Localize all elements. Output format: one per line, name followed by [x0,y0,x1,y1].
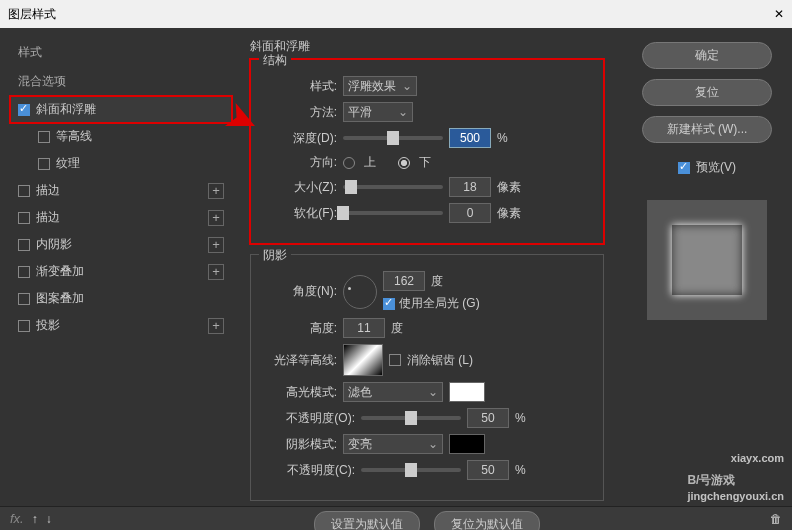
add-effect-icon[interactable]: + [208,264,224,280]
soften-slider[interactable] [343,211,443,215]
close-icon[interactable]: ✕ [774,7,784,21]
antialias-label: 消除锯齿 (L) [407,352,473,369]
hilight-opacity-label: 不透明度(O): [265,410,355,427]
hilight-color-swatch[interactable] [449,382,485,402]
global-light-label: 使用全局光 (G) [399,295,480,312]
checkbox-icon[interactable] [18,266,30,278]
checkbox-icon[interactable] [18,320,30,332]
shadow-opacity-input[interactable] [467,460,509,480]
direction-down-radio[interactable] [398,157,410,169]
hilight-opacity-slider[interactable] [361,416,461,420]
structure-legend: 结构 [259,52,291,69]
sidebar-item-label: 投影 [36,317,60,334]
sidebar-item-label: 纹理 [56,155,80,172]
global-light-checkbox[interactable] [383,298,395,310]
depth-unit: % [497,131,508,145]
checkbox-icon[interactable] [18,185,30,197]
hilight-mode-label: 高光模式: [265,384,337,401]
shadow-opacity-slider[interactable] [361,468,461,472]
gloss-label: 光泽等高线: [265,352,337,369]
arrow-down-icon[interactable]: ↓ [46,512,52,526]
checkbox-icon[interactable] [18,212,30,224]
reset-button[interactable]: 复位 [642,79,772,106]
window-title: 图层样式 [8,6,56,23]
reset-default-button[interactable]: 复位为默认值 [434,511,540,530]
size-unit: 像素 [497,179,521,196]
depth-input[interactable] [449,128,491,148]
ok-button[interactable]: 确定 [642,42,772,69]
shadow-mode-select[interactable]: 变亮 [343,434,443,454]
add-effect-icon[interactable]: + [208,210,224,226]
depth-slider[interactable] [343,136,443,140]
shadow-color-swatch[interactable] [449,434,485,454]
method-label: 方法: [265,104,337,121]
content-panel: 斜面和浮雕 结构 样式: 浮雕效果 方法: 平滑 深度(D): % 方向: 上 [232,28,622,506]
right-panel: 确定 复位 新建样式 (W)... 预览(V) [622,28,792,506]
watermark: xiayx.com B/号游戏 jingchengyouxi.cn [687,452,784,502]
style-label: 样式: [265,78,337,95]
checkbox-icon[interactable] [38,158,50,170]
altitude-label: 高度: [265,320,337,337]
structure-fieldset: 结构 样式: 浮雕效果 方法: 平滑 深度(D): % 方向: 上 下 [250,59,604,244]
sidebar-item-bevel[interactable]: 斜面和浮雕 [10,96,232,123]
soften-unit: 像素 [497,205,521,222]
add-effect-icon[interactable]: + [208,237,224,253]
angle-label: 角度(N): [265,283,337,300]
sidebar-item-texture[interactable]: 纹理 [10,150,232,177]
direction-label: 方向: [265,154,337,171]
trash-icon[interactable]: 🗑 [770,512,782,526]
sidebar-item-label: 等高线 [56,128,92,145]
new-style-button[interactable]: 新建样式 (W)... [642,116,772,143]
sidebar-item-gradient[interactable]: 渐变叠加 + [10,258,232,285]
sidebar-item-contour[interactable]: 等高线 [10,123,232,150]
method-select[interactable]: 平滑 [343,102,413,122]
add-effect-icon[interactable]: + [208,183,224,199]
direction-up-radio[interactable] [343,157,355,169]
gloss-contour-picker[interactable] [343,344,383,376]
checkbox-icon[interactable] [18,239,30,251]
sidebar-item-stroke1[interactable]: 描边 + [10,177,232,204]
sidebar: 样式 混合选项 斜面和浮雕 等高线 纹理 描边 + 描边 + 内阴影 + [0,28,232,506]
checkbox-icon[interactable] [18,293,30,305]
antialias-checkbox[interactable] [389,354,401,366]
size-input[interactable] [449,177,491,197]
sidebar-item-stroke2[interactable]: 描边 + [10,204,232,231]
sidebar-item-innershadow[interactable]: 内阴影 + [10,231,232,258]
set-default-button[interactable]: 设置为默认值 [314,511,420,530]
sidebar-item-label: 渐变叠加 [36,263,84,280]
soften-input[interactable] [449,203,491,223]
hilight-mode-select[interactable]: 滤色 [343,382,443,402]
altitude-input[interactable] [343,318,385,338]
angle-input[interactable] [383,271,425,291]
checkbox-icon[interactable] [38,131,50,143]
sidebar-item-label: 图案叠加 [36,290,84,307]
sidebar-item-label: 描边 [36,182,60,199]
depth-label: 深度(D): [265,130,337,147]
panel-title: 斜面和浮雕 [250,38,604,55]
size-slider[interactable] [343,185,443,189]
arrow-up-icon[interactable]: ↑ [32,512,38,526]
shadow-fieldset: 阴影 角度(N): 度 使用全局光 (G) 高度: [250,254,604,501]
preview-label: 预览(V) [696,159,736,176]
add-effect-icon[interactable]: + [208,318,224,334]
preview-thumbnail [647,200,767,320]
sidebar-item-pattern[interactable]: 图案叠加 [10,285,232,312]
angle-dial[interactable] [343,275,377,309]
sidebar-item-label: 内阴影 [36,236,72,253]
checkbox-icon[interactable] [18,104,30,116]
sidebar-item-label: 斜面和浮雕 [36,101,96,118]
titlebar: 图层样式 ✕ [0,0,792,28]
sidebar-head-blend[interactable]: 混合选项 [10,67,232,96]
preview-checkbox[interactable] [678,162,690,174]
hilight-opacity-input[interactable] [467,408,509,428]
soften-label: 软化(F): [265,205,337,222]
shadow-opacity-label: 不透明度(C): [265,462,355,479]
sidebar-item-dropshadow[interactable]: 投影 + [10,312,232,339]
shadow-legend: 阴影 [259,247,291,264]
sidebar-item-label: 描边 [36,209,60,226]
sidebar-head-styles[interactable]: 样式 [10,38,232,67]
fx-icon[interactable]: fx. [10,511,24,526]
size-label: 大小(Z): [265,179,337,196]
shadow-mode-label: 阴影模式: [265,436,337,453]
style-select[interactable]: 浮雕效果 [343,76,417,96]
